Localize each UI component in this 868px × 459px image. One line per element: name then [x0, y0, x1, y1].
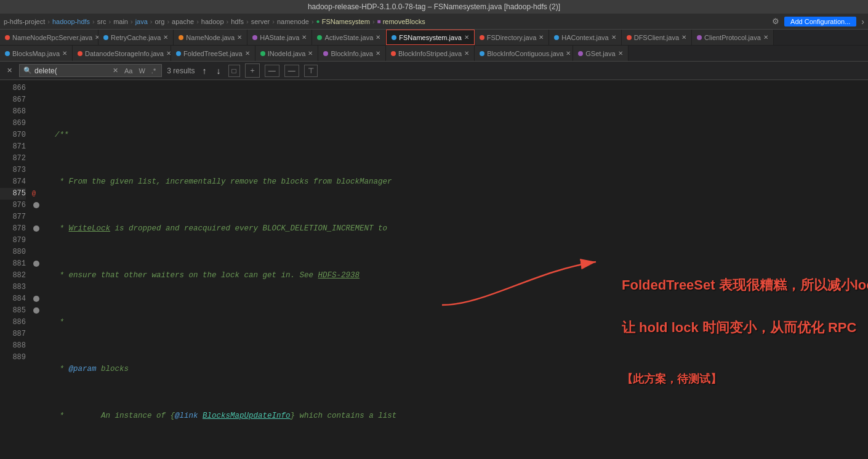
nav-main: main — [113, 18, 128, 25]
tab-close-icon[interactable]: ✕ — [681, 34, 686, 41]
tab-dot — [78, 51, 82, 56]
tab-blockinfocontiguous[interactable]: BlockInfoContiguous.java ✕ — [475, 46, 573, 61]
tab-datanodestorageinfo[interactable]: DatanodeStorageInfo.java ✕ — [73, 46, 171, 61]
line-num: 866 — [0, 83, 26, 94]
nav-src: src — [97, 18, 106, 25]
tab-blockinfo[interactable]: BlockInfo.java ✕ — [318, 46, 385, 61]
line-num: 887 — [0, 328, 26, 340]
tab-fsdirectory[interactable]: FSDirectory.java ✕ — [475, 30, 549, 45]
line-num: 885 — [0, 305, 26, 317]
nav-forward-icon[interactable]: › — [861, 17, 864, 26]
search-match-case-button[interactable]: Aa — [123, 67, 134, 75]
nav-hadoop: hadoop — [201, 18, 224, 25]
tab-close-icon[interactable]: ✕ — [611, 34, 616, 41]
tab-dot — [554, 35, 559, 40]
tab-blocksmap[interactable]: BlocksMap.java ✕ — [0, 46, 73, 61]
tab-dot — [5, 51, 10, 56]
tab-label: BlockInfoContiguous.java — [487, 50, 563, 57]
code-line-872: * An instance of {@link BlocksMapUpdateI… — [46, 410, 868, 422]
gutter-cell — [32, 106, 41, 118]
line-num: 873 — [0, 165, 26, 176]
tab-inodeid[interactable]: INodeId.java ✕ — [255, 46, 319, 61]
nav-right: ⚙ Add Configuration... › — [772, 17, 864, 26]
line-num: 883 — [0, 282, 26, 293]
tab-close-icon[interactable]: ✕ — [245, 50, 250, 57]
tab-bar-2: BlocksMap.java ✕ DatanodeStorageInfo.jav… — [0, 46, 868, 62]
nav-settings-icon[interactable]: ⚙ — [772, 17, 779, 26]
tab-close-icon[interactable]: ✕ — [539, 34, 544, 41]
tab-label: BlockInfo.java — [331, 50, 372, 57]
tab-fsnamesystem[interactable]: FSNamesystem.java ✕ — [386, 30, 474, 45]
tab-close-icon[interactable]: ✕ — [376, 34, 380, 41]
line-num: 870 — [0, 129, 26, 141]
tab-blockinfostriped[interactable]: BlockInfoStriped.java ✕ — [386, 46, 475, 61]
tab-close-icon[interactable]: ✕ — [618, 50, 623, 57]
tab-close-icon[interactable]: ✕ — [376, 50, 380, 57]
tab-gset[interactable]: GSet.java ✕ — [573, 46, 628, 61]
search-input[interactable] — [34, 67, 108, 75]
tab-dfsclient[interactable]: DFSClient.java ✕ — [622, 30, 692, 45]
title-bar: hadoop-release-HDP-3.1.0.0-78-tag – FSNa… — [0, 0, 868, 14]
search-filter2-button[interactable]: — — [284, 65, 299, 77]
tab-close-icon[interactable]: ✕ — [166, 50, 171, 57]
nav-java: java — [135, 18, 148, 25]
window-title: hadoop-release-HDP-3.1.0.0-78-tag – FSNa… — [308, 2, 560, 11]
code-line-869: * ensure that other waiters on the lock … — [46, 270, 868, 282]
code-content[interactable]: /** * From the given list, incrementally… — [41, 80, 868, 459]
gutter-cell — [32, 165, 41, 176]
tab-dot — [176, 51, 181, 56]
gutter-cell — [32, 211, 41, 223]
tab-label: DFSClient.java — [634, 34, 679, 41]
search-in-selection-button[interactable]: ＋ — [245, 63, 260, 78]
tab-close-icon[interactable]: ✕ — [763, 34, 768, 41]
tab-label: FSDirectory.java — [487, 34, 536, 41]
breadcrumb: p-hdfs-project › hadoop-hdfs › src › mai… — [4, 18, 772, 25]
search-regex-button[interactable]: .* — [150, 67, 158, 75]
tab-close-icon[interactable]: ✕ — [302, 34, 307, 41]
tab-dot — [260, 51, 265, 56]
nav-org: org — [155, 18, 165, 25]
tab-label: ClientProtocol.java — [704, 34, 761, 41]
search-case-sensitive-button[interactable]: ⊤ — [304, 65, 318, 77]
search-clear-button[interactable]: ✕ — [111, 66, 120, 75]
tab-foldedtreeset[interactable]: FoldedTreeSet.java ✕ — [171, 46, 255, 61]
line-num: 888 — [0, 340, 26, 352]
gutter-cell — [32, 293, 41, 305]
tab-close-icon[interactable]: ✕ — [566, 50, 571, 57]
add-configuration-button[interactable]: Add Configuration... — [784, 17, 856, 26]
tab-close-icon[interactable]: ✕ — [464, 34, 469, 41]
tab-close-icon[interactable]: ✕ — [308, 50, 313, 57]
search-word-button[interactable]: W — [137, 67, 147, 75]
gutter: @ — [32, 80, 41, 459]
tab-dot — [578, 51, 583, 56]
tab-clientprotocol[interactable]: ClientProtocol.java ✕ — [692, 30, 774, 45]
tab-label: FoldedTreeSet.java — [183, 50, 243, 57]
search-next-button[interactable]: ↓ — [214, 65, 223, 77]
code-line-867: * From the given list, incrementally rem… — [46, 176, 868, 188]
tab-hastate[interactable]: HAState.java ✕ — [247, 30, 312, 45]
annotation-note-text: 【此方案，待测试】 — [622, 373, 856, 385]
breakpoint-indicator: @ — [32, 188, 41, 200]
search-filter-button[interactable]: — — [265, 65, 279, 77]
tab-close-icon[interactable]: ✕ — [464, 50, 469, 57]
search-close-icon[interactable]: ✕ — [5, 66, 14, 75]
tab-dot — [392, 35, 396, 40]
tab-label: DatanodeStorageInfo.java — [85, 50, 164, 57]
tab-hacontext[interactable]: HAContext.java ✕ — [549, 30, 621, 45]
tab-activestate[interactable]: ActiveState.java ✕ — [312, 30, 386, 45]
tab-close-icon[interactable]: ✕ — [237, 34, 242, 41]
tab-namerpcserver[interactable]: NameNodeRpcServer.java ✕ — [0, 30, 98, 45]
tab-label: HAContext.java — [561, 34, 608, 41]
line-num: 878 — [0, 223, 26, 235]
search-bar: ✕ 🔍 ✕ Aa W .* 3 results ↑ ↓ □ ＋ — — ⊤ — [0, 62, 868, 80]
tab-label: NameNode.java — [186, 34, 235, 41]
line-num: 877 — [0, 211, 26, 223]
tab-close-icon[interactable]: ✕ — [163, 34, 168, 41]
search-prev-button[interactable]: ↑ — [200, 65, 209, 77]
tab-close-icon[interactable]: ✕ — [62, 50, 67, 57]
line-num: 879 — [0, 235, 26, 246]
gutter-cell — [32, 270, 41, 282]
tab-namenode[interactable]: NameNode.java ✕ — [174, 30, 247, 45]
search-expand-button[interactable]: □ — [228, 65, 240, 77]
tab-retrycache[interactable]: RetryCache.java ✕ — [98, 30, 174, 45]
